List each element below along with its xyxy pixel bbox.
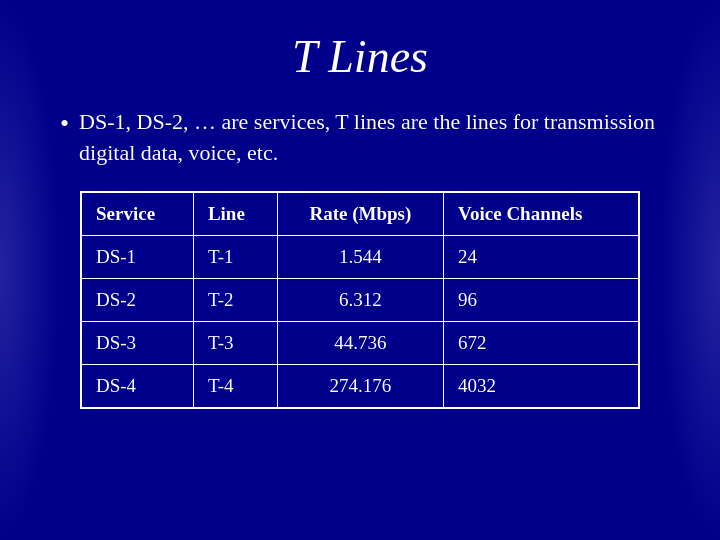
table-header-row: Service Line Rate (Mbps) Voice Channels	[82, 192, 639, 235]
table-cell: DS-2	[82, 278, 194, 321]
col-header-service: Service	[82, 192, 194, 235]
bullet-content: DS-1, DS-2, … are services, T lines are …	[79, 107, 660, 169]
data-table: Service Line Rate (Mbps) Voice Channels …	[81, 192, 639, 408]
table-row: DS-2T-26.31296	[82, 278, 639, 321]
table-cell: 1.544	[277, 235, 443, 278]
table-cell: T-1	[193, 235, 277, 278]
slide-title: T Lines	[292, 30, 428, 83]
table-row: DS-3T-344.736672	[82, 321, 639, 364]
col-header-line: Line	[193, 192, 277, 235]
table-cell: DS-4	[82, 364, 194, 407]
table-cell: 672	[444, 321, 639, 364]
table-cell: T-4	[193, 364, 277, 407]
table-cell: DS-1	[82, 235, 194, 278]
table-cell: 24	[444, 235, 639, 278]
table-cell: 4032	[444, 364, 639, 407]
bullet-dot: •	[60, 107, 69, 141]
table-cell: T-3	[193, 321, 277, 364]
data-table-container: Service Line Rate (Mbps) Voice Channels …	[80, 191, 640, 409]
bullet-section: • DS-1, DS-2, … are services, T lines ar…	[60, 107, 660, 169]
table-cell: 6.312	[277, 278, 443, 321]
slide: T Lines • DS-1, DS-2, … are services, T …	[0, 0, 720, 540]
table-cell: DS-3	[82, 321, 194, 364]
table-cell: 96	[444, 278, 639, 321]
table-row: DS-4T-4274.1764032	[82, 364, 639, 407]
bullet-text: • DS-1, DS-2, … are services, T lines ar…	[60, 107, 660, 169]
table-row: DS-1T-11.54424	[82, 235, 639, 278]
table-cell: 44.736	[277, 321, 443, 364]
table-cell: T-2	[193, 278, 277, 321]
col-header-rate: Rate (Mbps)	[277, 192, 443, 235]
table-cell: 274.176	[277, 364, 443, 407]
col-header-voice: Voice Channels	[444, 192, 639, 235]
